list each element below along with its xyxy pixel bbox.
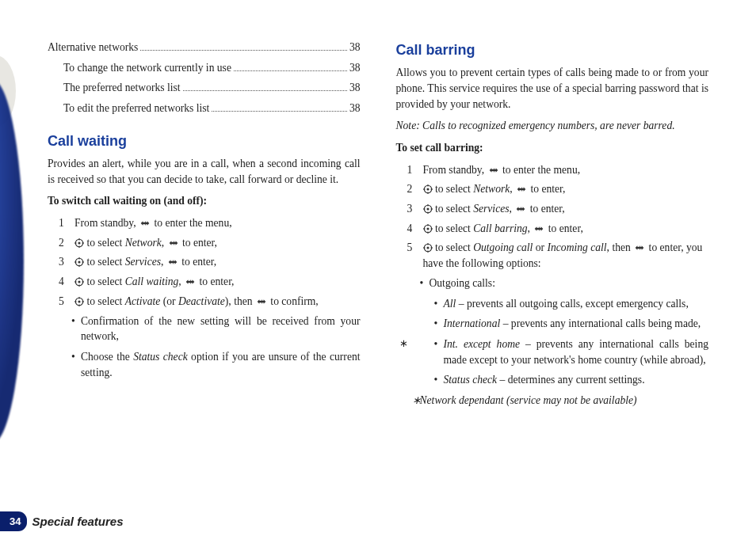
menu-name: Network — [125, 237, 162, 249]
step-item: From standby, to enter the menu, — [63, 215, 361, 231]
toc-label: To edit the preferred networks list — [63, 101, 209, 116]
bullet-item: Choose the Status check option if you ar… — [71, 349, 361, 380]
menu-name: Deactivate — [178, 295, 225, 307]
heading-call-waiting: Call waiting — [48, 131, 361, 151]
nav-arrow-icon — [255, 297, 268, 306]
call-barring-level1: Outgoing calls: — [396, 276, 709, 291]
call-waiting-bullets: Confirmation of the new setting will be … — [48, 314, 361, 381]
nav-arrow-icon — [515, 184, 528, 194]
call-barring-subhead: To set call barring: — [396, 140, 709, 156]
toc-label: The preferred networks list — [63, 80, 181, 96]
target-icon — [74, 297, 84, 306]
menu-name: Activate — [125, 295, 161, 307]
toc-label: Alternative networks — [48, 40, 138, 55]
target-icon — [74, 277, 84, 287]
bullet-item: Confirmation of the new setting will be … — [71, 314, 361, 344]
toc-page: 38 — [349, 101, 361, 116]
toc-entry: To change the network currently in use38 — [48, 60, 361, 76]
toc-entry: Alternative networks38 — [48, 40, 361, 55]
menu-name: Services — [473, 203, 509, 215]
step-item: to select Activate (or Deactivate), then… — [63, 294, 361, 310]
toc-page: 38 — [349, 40, 361, 55]
toc-dots — [140, 50, 347, 51]
step-item: to select Network, to enter, — [412, 181, 709, 197]
toc-page: 38 — [349, 80, 361, 96]
option-name: Status check — [444, 374, 498, 386]
menu-name: Call waiting — [125, 276, 179, 287]
page-number-badge: 34 — [0, 511, 27, 531]
call-barring-note: Note: Calls to recognized emergency numb… — [396, 118, 709, 134]
nav-arrow-icon — [139, 219, 151, 228]
page-content: Alternative networks38To change the netw… — [0, 0, 756, 483]
toc-dots — [234, 70, 347, 71]
toc-dots — [212, 111, 347, 112]
target-icon — [423, 224, 433, 234]
call-barring-intro: Allows you to prevent certain types of c… — [396, 65, 709, 112]
call-waiting-subhead: To switch call waiting on (and off): — [48, 193, 361, 209]
menu-name: Outgoing call — [473, 241, 533, 253]
option-name: Status check — [133, 351, 188, 363]
target-icon — [74, 257, 84, 267]
nav-arrow-icon — [487, 165, 500, 175]
step-item: to select Services, to enter, — [63, 254, 361, 270]
call-barring-level2: All – prevents all outgoing calls, excep… — [396, 296, 709, 389]
nav-arrow-icon — [533, 224, 545, 234]
right-column: Call barring Allows you to prevent certa… — [396, 40, 709, 483]
step-item: to select Services, to enter, — [412, 201, 709, 217]
toc-page: 38 — [349, 60, 361, 76]
call-barring-steps: From standby, to enter the menu, to sele… — [396, 162, 709, 272]
toc-label: To change the network currently in use — [63, 60, 231, 76]
toc-dots — [183, 90, 347, 91]
toc-block: Alternative networks38To change the netw… — [48, 40, 361, 116]
step-item: From standby, to enter the menu, — [412, 162, 709, 178]
nav-arrow-icon — [166, 257, 179, 267]
bullet-item: Outgoing calls: — [420, 276, 709, 291]
step-item: to select Outgoing call or Incoming call… — [412, 240, 709, 271]
bullet-sub-item: Status check – determines any current se… — [434, 372, 709, 388]
target-icon — [423, 204, 433, 214]
section-title: Special features — [32, 515, 123, 528]
call-waiting-steps: From standby, to enter the menu, to sele… — [48, 215, 361, 310]
step-item: to select Call barring, to enter, — [412, 221, 709, 237]
option-name: International — [444, 317, 501, 329]
bullet-sub-item: All – prevents all outgoing calls, excep… — [434, 296, 709, 312]
bullet-sub-item: International – prevents any internation… — [434, 316, 709, 332]
step-item: to select Call waiting, to enter, — [63, 274, 361, 290]
target-icon — [423, 184, 433, 194]
target-icon — [423, 243, 433, 253]
bullet-sub-item: Int. except home – prevents any internat… — [434, 336, 709, 367]
nav-arrow-icon — [514, 204, 527, 214]
toc-entry: To edit the preferred networks list38 — [48, 101, 361, 116]
menu-name: Call barring — [473, 222, 527, 234]
page-footer: 34 Special features — [0, 511, 124, 531]
target-icon — [74, 238, 84, 248]
toc-entry: The preferred networks list38 — [48, 80, 361, 96]
left-column: Alternative networks38To change the netw… — [48, 40, 361, 483]
call-waiting-intro: Provides an alert, while you are in a ca… — [48, 156, 361, 187]
step-item: to select Network, to enter, — [63, 235, 361, 251]
call-barring-footnote: Network dependant (service may not be av… — [396, 393, 709, 409]
menu-name: Network — [473, 183, 510, 195]
menu-name: Incoming call — [547, 241, 606, 253]
nav-arrow-icon — [633, 243, 646, 253]
nav-arrow-icon — [167, 238, 180, 248]
heading-call-barring: Call barring — [396, 40, 709, 60]
option-name: Int. except home — [444, 338, 521, 350]
option-name: All — [444, 298, 456, 310]
menu-name: Services — [125, 256, 161, 268]
nav-arrow-icon — [184, 277, 197, 287]
